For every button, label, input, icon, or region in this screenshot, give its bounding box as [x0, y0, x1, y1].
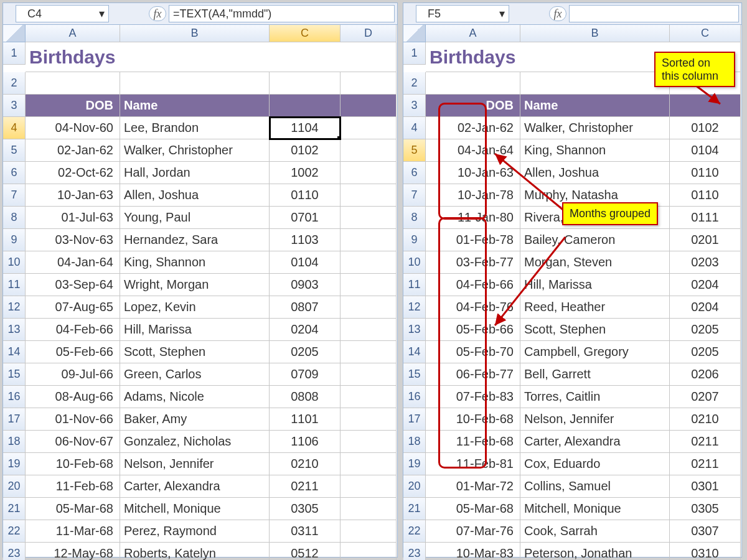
cell-code[interactable]: 0111: [670, 207, 741, 229]
cell-code[interactable]: 0211: [670, 431, 741, 453]
cell-name[interactable]: Wright, Morgan: [120, 274, 270, 296]
cell-code[interactable]: 0204: [270, 319, 341, 341]
cell-code[interactable]: 0102: [270, 139, 341, 162]
name-box-dropdown-icon[interactable]: ▾: [95, 5, 108, 22]
cell-dob[interactable]: 10-Mar-83: [426, 543, 520, 560]
row-header[interactable]: 21: [403, 498, 426, 520]
row-header[interactable]: 14: [403, 341, 426, 363]
cell-dob[interactable]: 10-Feb-68: [26, 453, 120, 475]
column-header[interactable]: B: [120, 25, 270, 42]
cell-name[interactable]: Young, Paul: [120, 207, 270, 229]
table-header-dob[interactable]: DOB: [26, 95, 120, 117]
row-header[interactable]: 4: [3, 117, 26, 139]
select-all-corner[interactable]: [403, 25, 426, 42]
cell-name[interactable]: Allen, Joshua: [520, 162, 670, 184]
cell-name[interactable]: Morgan, Steven: [520, 251, 670, 274]
row-header[interactable]: 23: [3, 543, 26, 560]
formula-input[interactable]: [569, 5, 739, 22]
empty-cell[interactable]: [270, 72, 341, 95]
cell-dob[interactable]: 07-Feb-83: [426, 386, 520, 408]
cell-name[interactable]: Roberts, Katelyn: [120, 543, 270, 560]
cell-code[interactable]: 0210: [270, 453, 341, 475]
cell-code[interactable]: 0110: [270, 184, 341, 207]
cell-name[interactable]: Hall, Jordan: [120, 162, 270, 184]
cell-code[interactable]: 1002: [270, 162, 341, 184]
cell-dob[interactable]: 05-Feb-66: [426, 319, 520, 341]
empty-cell[interactable]: [341, 72, 397, 95]
cell-name[interactable]: King, Shannon: [520, 139, 670, 162]
empty-cell[interactable]: [341, 520, 397, 543]
cell-dob[interactable]: 02-Jan-62: [26, 139, 120, 162]
cell-dob[interactable]: 04-Jan-64: [426, 139, 520, 162]
cell-name[interactable]: Cox, Eduardo: [520, 453, 670, 475]
cell-name[interactable]: Carter, Alexandra: [520, 431, 670, 453]
row-header[interactable]: 22: [3, 520, 26, 543]
empty-cell[interactable]: [341, 229, 397, 251]
cell-name[interactable]: Perez, Raymond: [120, 520, 270, 543]
empty-cell[interactable]: [341, 319, 397, 341]
cell-dob[interactable]: 04-Feb-66: [26, 319, 120, 341]
cell-name[interactable]: Bell, Garrett: [520, 363, 670, 386]
empty-cell[interactable]: [341, 162, 397, 184]
row-header[interactable]: 18: [3, 431, 26, 453]
column-header[interactable]: C: [670, 25, 741, 42]
row-header[interactable]: 3: [403, 95, 426, 117]
cell-name[interactable]: Lopez, Kevin: [120, 296, 270, 319]
cell-name[interactable]: Peterson, Jonathan: [520, 543, 670, 560]
empty-cell[interactable]: [341, 274, 397, 296]
cell-dob[interactable]: 05-Feb-70: [426, 341, 520, 363]
cell-code[interactable]: 0807: [270, 296, 341, 319]
cell-name[interactable]: Mitchell, Monique: [520, 498, 670, 520]
row-header[interactable]: 22: [403, 520, 426, 543]
cell-name[interactable]: Bailey, Cameron: [520, 229, 670, 251]
cell-name[interactable]: Walker, Christopher: [120, 139, 270, 162]
cell-name[interactable]: Nelson, Jennifer: [520, 408, 670, 431]
cell-dob[interactable]: 10-Jan-63: [426, 162, 520, 184]
cell-code[interactable]: 0204: [670, 296, 741, 319]
cell-name[interactable]: Torres, Caitlin: [520, 386, 670, 408]
cell-dob[interactable]: 07-Aug-65: [26, 296, 120, 319]
row-header[interactable]: 23: [403, 543, 426, 560]
row-header[interactable]: 6: [403, 162, 426, 184]
cell-dob[interactable]: 03-Nov-63: [26, 229, 120, 251]
row-header[interactable]: 19: [3, 453, 26, 475]
column-header[interactable]: A: [26, 25, 120, 42]
cell-code[interactable]: 0104: [670, 139, 741, 162]
row-header[interactable]: 7: [403, 184, 426, 207]
row-header[interactable]: 13: [403, 319, 426, 341]
empty-cell[interactable]: [341, 386, 397, 408]
row-header[interactable]: 1: [403, 42, 426, 65]
empty-cell[interactable]: [520, 72, 670, 95]
cell-name[interactable]: Adams, Nicole: [120, 386, 270, 408]
row-header[interactable]: 8: [3, 207, 26, 229]
row-header[interactable]: 21: [3, 498, 26, 520]
cell-dob[interactable]: 01-Feb-78: [426, 229, 520, 251]
cell-name[interactable]: Collins, Samuel: [520, 475, 670, 498]
cell-code[interactable]: 0206: [670, 363, 741, 386]
row-header[interactable]: 15: [403, 363, 426, 386]
cell-dob[interactable]: 06-Feb-77: [426, 363, 520, 386]
cell-dob[interactable]: 10-Jan-78: [426, 184, 520, 207]
empty-cell[interactable]: [26, 72, 120, 95]
cell-name[interactable]: Mitchell, Monique: [120, 498, 270, 520]
cell-code[interactable]: 0201: [670, 229, 741, 251]
cell-dob[interactable]: 02-Oct-62: [26, 162, 120, 184]
cell-dob[interactable]: 03-Feb-77: [426, 251, 520, 274]
column-header[interactable]: B: [520, 25, 670, 42]
table-header-name[interactable]: Name: [120, 95, 270, 117]
cell-dob[interactable]: 04-Jan-64: [26, 251, 120, 274]
cell-dob[interactable]: 06-Nov-67: [26, 431, 120, 453]
fx-icon[interactable]: fx: [149, 6, 166, 21]
cell-code[interactable]: 0305: [670, 498, 741, 520]
cell-name[interactable]: Hill, Marissa: [120, 319, 270, 341]
cell-dob[interactable]: 03-Sep-64: [26, 274, 120, 296]
row-header[interactable]: 1: [3, 42, 26, 65]
row-header[interactable]: 16: [403, 386, 426, 408]
empty-cell[interactable]: [341, 207, 397, 229]
row-header[interactable]: 20: [403, 475, 426, 498]
table-header-dob[interactable]: DOB: [426, 95, 520, 117]
row-header[interactable]: 10: [403, 251, 426, 274]
row-header[interactable]: 20: [3, 475, 26, 498]
empty-cell[interactable]: [341, 543, 397, 560]
cell-dob[interactable]: 09-Jul-66: [26, 363, 120, 386]
